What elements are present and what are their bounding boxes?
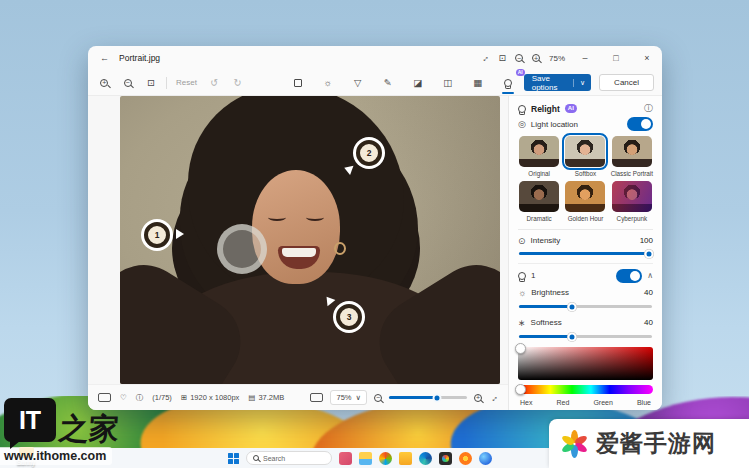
brightness-value: 40 [644, 288, 653, 297]
softness-slider[interactable] [519, 335, 652, 338]
cancel-button[interactable]: Cancel [599, 74, 654, 91]
light-marker-3[interactable]: 3 [336, 304, 362, 330]
zoom-in-icon[interactable]: + [474, 394, 482, 402]
blue-label[interactable]: Blue [637, 399, 651, 406]
filter-tool-button[interactable]: ▽ [349, 74, 367, 92]
color-saturation-picker[interactable] [518, 347, 653, 380]
preset-original[interactable]: Original [518, 135, 560, 177]
photo-canvas: 1 2 3 [120, 96, 500, 384]
preset-golden-hour[interactable]: Golden Hour [564, 180, 606, 222]
minimize-button[interactable]: – [574, 47, 596, 69]
desktop: ← Portrait.jpg ↔ ⊡ − + 75% – □ × + − ⊡ R… [0, 0, 749, 468]
taskbar-icon-folder[interactable] [399, 452, 412, 465]
collapse-chevron-icon[interactable]: ∧ [647, 271, 653, 280]
taskbar-icon-edge[interactable] [419, 452, 432, 465]
background-ai-tool-button[interactable]: ▦ [469, 74, 487, 92]
maximize-button[interactable]: □ [605, 47, 627, 69]
intensity-slider-knob[interactable] [645, 249, 654, 258]
zoom-level[interactable]: 75% [549, 54, 565, 63]
light-location-toggle[interactable] [627, 117, 653, 131]
fit-view-icon[interactable] [310, 393, 323, 402]
relight-header: Relight AI ⓘ [518, 101, 653, 117]
windows-start-button[interactable] [228, 453, 239, 464]
preset-thumbnail[interactable] [565, 136, 605, 167]
ithome-url: www.ithome.com [0, 447, 112, 465]
markup-tool-button[interactable]: ✎ [379, 74, 397, 92]
taskbar-icon-settings[interactable] [379, 452, 392, 465]
brightness-icon: ☼ [518, 288, 526, 298]
ai-badge: AI [516, 69, 525, 76]
fit-canvas-button[interactable]: ⊡ [143, 74, 159, 92]
preset-classic-portrait[interactable]: Classic Portrait [611, 135, 653, 177]
crop-tool-button[interactable] [289, 74, 307, 92]
taskbar-icon-widgets[interactable] [339, 452, 352, 465]
intensity-slider[interactable] [519, 252, 652, 255]
save-options-chevron[interactable]: ∨ [573, 79, 591, 87]
hue-handle[interactable] [515, 384, 526, 395]
light-1-card: 1 ∧ ☼ Brightness 40 ∗ Softness 40 [518, 263, 653, 406]
magnifier-plus-icon: + [100, 79, 108, 87]
reset-button[interactable]: Reset [174, 78, 199, 87]
saturation-handle[interactable] [515, 343, 526, 354]
taskbar-icon-copilot[interactable] [479, 452, 492, 465]
back-icon[interactable]: ← [100, 53, 109, 63]
chevron-down-icon: ∨ [356, 393, 362, 402]
photo-filesize: ▤ 37.2MB [248, 393, 284, 402]
relight-ai-tool-button[interactable]: AI [499, 74, 517, 92]
color-hue-slider[interactable] [518, 385, 653, 394]
adjust-tool-button[interactable]: ☼ [319, 74, 337, 92]
softness-value: 40 [644, 318, 653, 327]
brightness-row: ☼ Brightness 40 [518, 284, 653, 301]
preset-thumbnail[interactable] [565, 181, 605, 212]
close-button[interactable]: × [636, 47, 658, 69]
save-options-button[interactable]: Save options ∨ [524, 74, 591, 91]
aijiang-watermark: 爱酱手游网 [549, 419, 749, 468]
light-marker-2[interactable]: 2 [356, 140, 382, 166]
view-controls: ↔ ⊡ − + 75% – □ × [480, 46, 662, 70]
green-label[interactable]: Green [593, 399, 612, 406]
preset-thumbnail[interactable] [612, 181, 652, 212]
earring-shape [334, 242, 346, 255]
eye-shape [268, 214, 286, 221]
zoom-slider-knob[interactable] [433, 393, 442, 402]
taskbar-search[interactable]: Search [246, 451, 332, 465]
taskbar-icon-file-explorer[interactable] [359, 452, 372, 465]
canvas-zoom-in-button[interactable]: + [96, 74, 112, 92]
fullscreen-icon[interactable]: ↔ [487, 391, 500, 404]
info-icon[interactable]: ⓘ [136, 393, 144, 403]
softness-slider-knob[interactable] [568, 332, 577, 341]
brightness-slider[interactable] [519, 305, 652, 308]
info-icon[interactable]: ⓘ [644, 102, 653, 115]
preset-softbox[interactable]: Softbox [564, 135, 606, 177]
taskbar-icon-photos[interactable] [439, 452, 452, 465]
light-location-label: Light location [531, 120, 578, 129]
intensity-label: Intensity [531, 236, 561, 245]
redo-button[interactable]: ↻ [229, 74, 245, 92]
taskbar-icon-browser[interactable] [459, 452, 472, 465]
light-marker-1[interactable]: 1 [144, 222, 170, 248]
preset-dramatic[interactable]: Dramatic [518, 180, 560, 222]
canvas-zoom-out-button[interactable]: − [119, 74, 135, 92]
preset-thumbnail[interactable] [519, 181, 559, 212]
zoom-in-icon[interactable]: + [532, 54, 540, 62]
undo-button[interactable]: ↺ [206, 74, 222, 92]
preset-cyberpunk[interactable]: Cyberpunk [611, 180, 653, 222]
zoom-out-icon[interactable]: − [374, 394, 382, 402]
titlebar: ← Portrait.jpg ↔ ⊡ − + 75% – □ × [88, 46, 662, 70]
intensity-value: 100 [640, 236, 653, 245]
light-1-toggle[interactable] [616, 269, 642, 283]
zoom-out-icon[interactable]: − [515, 54, 523, 62]
zoom-slider[interactable] [389, 396, 467, 399]
window-title: Portrait.jpg [119, 53, 160, 63]
preset-thumbnail[interactable] [612, 136, 652, 167]
brightness-slider-knob[interactable] [568, 302, 577, 311]
preset-thumbnail[interactable] [519, 136, 559, 167]
fit-to-window-icon[interactable]: ⊡ [498, 53, 506, 63]
fullscreen-icon[interactable]: ↔ [478, 51, 491, 64]
zoom-percent-dropdown[interactable]: 75% ∨ [330, 390, 367, 405]
hex-label[interactable]: Hex [520, 399, 532, 406]
red-label[interactable]: Red [557, 399, 570, 406]
light-position-handle[interactable] [217, 224, 267, 274]
erase-ai-tool-button[interactable]: ◪ [409, 74, 427, 92]
blur-background-ai-tool-button[interactable]: ◫ [439, 74, 457, 92]
